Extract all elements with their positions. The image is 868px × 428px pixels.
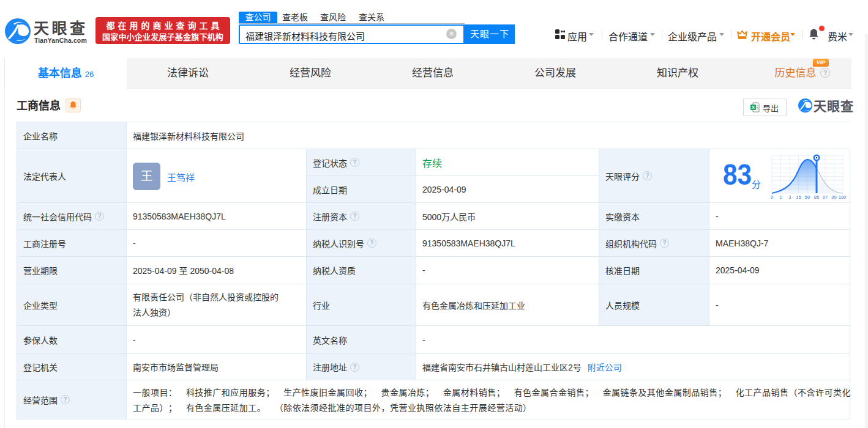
svg-text:97: 97 (823, 194, 828, 200)
svg-text:1: 1 (779, 194, 782, 200)
svg-text:3: 3 (788, 194, 791, 200)
svg-text:0: 0 (771, 194, 773, 200)
svg-text:X: X (752, 105, 755, 110)
svg-text:15: 15 (796, 194, 801, 200)
svg-text:99: 99 (831, 194, 836, 200)
svg-text:100: 100 (839, 194, 847, 200)
svg-text:50: 50 (805, 194, 810, 200)
svg-text:85: 85 (814, 194, 819, 200)
